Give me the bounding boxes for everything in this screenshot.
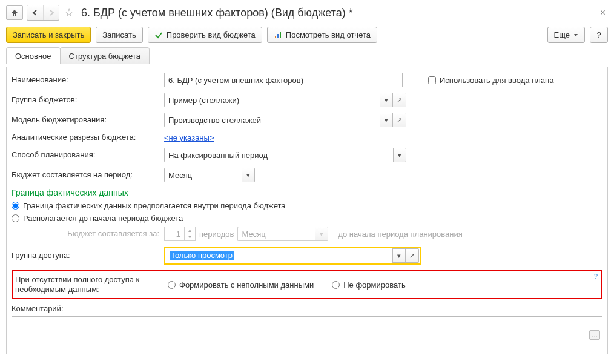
help-button[interactable]: ? (590, 27, 608, 43)
budgeting-model-dropdown-icon[interactable]: ▾ (380, 113, 393, 127)
boundary-before-label: Располагается до начала периода бюджета (23, 214, 183, 223)
spinner-up-icon: ▲ (185, 227, 195, 234)
do-not-form-label: Не формировать (343, 280, 405, 290)
more-button[interactable]: Еще (547, 27, 585, 43)
analytic-slices-link[interactable]: <не указаны> (164, 133, 214, 142)
periods-count-input: 1 (164, 227, 185, 241)
access-group-input[interactable]: Только просмотр (166, 248, 392, 262)
periods-word: периодов (199, 230, 234, 239)
use-for-plan-checkbox[interactable]: Использовать для ввода плана (428, 76, 553, 85)
forward-button[interactable] (43, 5, 59, 20)
budget-group-input-group: Пример (стеллажи) ▾ ↗ (164, 93, 406, 107)
budgeting-model-input-group: Производство стеллажей ▾ ↗ (164, 113, 406, 127)
boundary-inside-radio[interactable]: Граница фактических данных предполагаетс… (12, 201, 602, 210)
home-button[interactable] (6, 5, 23, 20)
boundary-before-radio[interactable]: Располагается до начала периода бюджета (12, 214, 602, 223)
titlebar: ☆ 6. БДР (с учетом внешних факторов) (Ви… (6, 5, 608, 21)
compiled-for-label: Бюджет составляется за: (12, 229, 164, 239)
planning-method-input[interactable]: На фиксированный период (164, 148, 393, 162)
save-button[interactable]: Записать (96, 27, 143, 43)
planning-method-dropdown-icon[interactable]: ▾ (393, 148, 406, 162)
planning-method-input-group: На фиксированный период ▾ (164, 148, 406, 162)
budget-period-input-group: Месяц ▾ (164, 168, 255, 182)
period-unit-dropdown-icon: ▾ (315, 227, 328, 241)
before-planning-text: до начала периода планирования (338, 230, 462, 239)
view-report-label: Посмотреть вид отчета (286, 30, 371, 39)
no-access-help-icon[interactable]: ? (594, 273, 598, 280)
more-label: Еще (554, 30, 570, 39)
svg-rect-0 (275, 36, 276, 38)
nav-group (27, 5, 59, 21)
boundary-inside-label: Граница фактических данных предполагаетс… (23, 201, 286, 210)
command-bar: Записать и закрыть Записать Проверить ви… (6, 27, 608, 43)
budgeting-model-input[interactable]: Производство стеллажей (164, 113, 380, 127)
access-group-label: Группа доступа: (12, 251, 164, 260)
budget-form-window: ☆ 6. БДР (с учетом внешних факторов) (Ви… (0, 0, 614, 364)
back-button[interactable] (27, 5, 43, 20)
budget-period-label: Бюджет составляется на период: (12, 170, 164, 180)
tab-main[interactable]: Основное (6, 47, 61, 64)
periods-count-spinner: ▲ ▼ (185, 227, 196, 241)
check-budget-type-button[interactable]: Проверить вид бюджета (148, 27, 262, 43)
save-and-close-button[interactable]: Записать и закрыть (6, 27, 91, 43)
use-for-plan-label: Использовать для ввода плана (440, 76, 553, 85)
budgeting-model-label: Модель бюджетирования: (12, 115, 164, 125)
period-unit-input: Месяц (237, 227, 315, 241)
name-label: Наименование: (12, 75, 164, 85)
check-budget-type-label: Проверить вид бюджета (167, 30, 256, 39)
access-group-highlight: Только просмотр ▾ ↗ (164, 247, 421, 265)
window-title: 6. БДР (с учетом внешних факторов) (Вид … (81, 7, 594, 19)
svg-rect-2 (280, 32, 281, 38)
budget-group-open-icon[interactable]: ↗ (393, 93, 406, 107)
favorite-star-icon[interactable]: ☆ (63, 6, 75, 19)
close-icon[interactable]: × (598, 7, 608, 18)
tab-structure[interactable]: Структура бюджета (60, 47, 150, 64)
comment-expand-icon[interactable]: … (589, 330, 600, 340)
budgeting-model-open-icon[interactable]: ↗ (393, 113, 406, 127)
form-partial-label: Формировать с неполными данными (179, 280, 314, 290)
form-body: Наименование: 6. БДР (с учетом внешних ф… (6, 67, 608, 354)
no-full-access-group: При отсутствии полного доступа к необход… (12, 270, 602, 299)
access-group-dropdown-icon[interactable]: ▾ (392, 248, 406, 263)
budget-period-dropdown-icon[interactable]: ▾ (242, 168, 255, 182)
access-group-open-icon[interactable]: ↗ (406, 248, 419, 263)
planning-method-label: Способ планирования: (12, 150, 164, 160)
do-not-form-radio[interactable]: Не формировать (332, 280, 405, 290)
comment-textarea[interactable] (12, 316, 602, 340)
budget-group-label: Группа бюджетов: (12, 95, 164, 105)
analytic-slices-label: Аналитические разрезы бюджета: (12, 133, 164, 142)
svg-rect-1 (277, 34, 279, 38)
form-partial-radio[interactable]: Формировать с неполными данными (168, 280, 314, 290)
actual-data-boundary-heading: Граница фактических данных (12, 188, 602, 197)
view-report-button[interactable]: Посмотреть вид отчета (267, 27, 377, 43)
budget-group-dropdown-icon[interactable]: ▾ (380, 93, 393, 107)
budget-period-input[interactable]: Месяц (164, 168, 242, 182)
spinner-down-icon: ▼ (185, 234, 195, 241)
page-tabs: Основное Структура бюджета (6, 47, 608, 64)
no-full-access-label: При отсутствии полного доступа к необход… (15, 275, 168, 294)
budget-group-input[interactable]: Пример (стеллажи) (164, 93, 380, 107)
comment-label: Комментарий: (12, 304, 602, 314)
name-input[interactable]: 6. БДР (с учетом внешних факторов) (164, 73, 403, 87)
